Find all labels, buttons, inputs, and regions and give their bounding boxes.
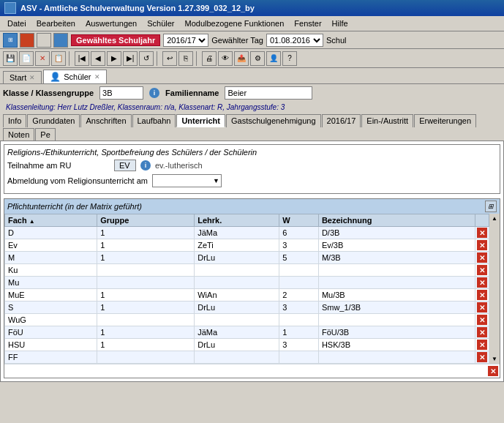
cell-bezeichnung: M/3B (318, 252, 475, 264)
religion-section: Religions-/Ethikunterricht, Sportbefreiu… (4, 144, 500, 194)
tb-prev[interactable]: ◀ (91, 51, 105, 66)
familienname-input[interactable] (225, 86, 312, 100)
delete-row-btn[interactable]: ✕ (477, 327, 487, 337)
teilnahme-info-icon[interactable]: i (140, 160, 151, 171)
abmeldung-label: Abmeldung vom Religionsunterricht am (7, 176, 148, 185)
tb-user[interactable]: 👤 (266, 51, 281, 66)
delete-row-btn[interactable]: ✕ (477, 290, 487, 300)
cell-fach: M (5, 252, 97, 264)
tab-start[interactable]: Start ✕ (3, 71, 42, 83)
tab-anschriften[interactable]: Anschriften (80, 114, 131, 127)
tb-refresh[interactable]: ↺ (139, 51, 154, 66)
tab-erweiterungen[interactable]: Erweiterungen (414, 114, 476, 127)
tab-start-close[interactable]: ✕ (29, 74, 35, 81)
sort-fach-icon[interactable]: ▲ (29, 218, 35, 225)
cell-fach: WuG (5, 314, 97, 326)
cell-gruppe: 1 (97, 227, 195, 239)
cell-gruppe: 1 (97, 252, 195, 264)
abmeldung-row: Abmeldung vom Religionsunterricht am ▼ (7, 174, 497, 187)
schuljahr-label[interactable]: Gewähltes Schuljahr (71, 34, 160, 46)
cell-lehrk (195, 277, 279, 289)
delete-row-btn[interactable]: ✕ (477, 265, 487, 275)
col-fach: Fach ▲ (5, 214, 97, 227)
tb-last[interactable]: ▶| (123, 51, 138, 66)
abmeldung-input[interactable] (154, 175, 213, 187)
menu-schueler[interactable]: Schüler (143, 18, 178, 29)
tab-schuljahr[interactable]: 2016/17 (322, 114, 361, 127)
tb-next[interactable]: ▶ (107, 51, 121, 66)
tab-schueler-label: Schüler (64, 72, 91, 81)
tb-export[interactable]: 📤 (234, 51, 249, 66)
klasse-label: Klasse / Klassengruppe (3, 89, 94, 97)
top-tab-bar: Start ✕ 👤 Schüler ✕ (0, 68, 504, 84)
scrollbar[interactable]: ▲ ▼ (489, 214, 500, 364)
scroll-up-btn[interactable]: ▲ (492, 215, 497, 222)
tab-schueler-close[interactable]: ✕ (94, 73, 100, 81)
app-icon (4, 2, 16, 14)
table-row: FF✕ (5, 351, 489, 364)
tab-schueler[interactable]: 👤 Schüler ✕ (43, 70, 106, 83)
delete-row-btn[interactable]: ✕ (477, 228, 487, 238)
menu-modulbezogene[interactable]: Modulbezogene Funktionen (181, 18, 289, 29)
tb-icon-1[interactable]: ⊞ (3, 33, 18, 48)
tab-laufbahn[interactable]: Laufbahn (132, 114, 176, 127)
tab-gastschul[interactable]: Gastschulgenehmigung (226, 114, 321, 127)
tab-einaustritt[interactable]: Ein-/Austritt (361, 114, 413, 127)
cell-bezeichnung (318, 314, 475, 326)
tb-delete[interactable]: ✕ (35, 51, 50, 66)
delete-row-btn[interactable]: ✕ (477, 252, 487, 263)
cell-fach: D (5, 227, 97, 239)
cell-w (279, 264, 319, 277)
tb-preview[interactable]: 👁 (218, 51, 233, 66)
menu-bar: Datei Bearbeiten Auswertungen Schüler Mo… (0, 16, 504, 31)
tab-noten[interactable]: Noten (3, 128, 34, 141)
cell-w: 3 (279, 339, 319, 351)
tb-new[interactable]: 📄 (19, 51, 34, 66)
delete-row-btn[interactable]: ✕ (477, 340, 487, 350)
menu-datei[interactable]: Datei (3, 18, 31, 29)
scroll-down-btn[interactable]: ▼ (492, 356, 497, 362)
schuljahr-select[interactable]: 2016/17 (163, 34, 208, 47)
klasse-info-icon[interactable]: i (149, 88, 159, 98)
tag-select[interactable]: 01.08.2016 (266, 34, 323, 47)
tb-copy[interactable]: 📋 (51, 51, 66, 66)
delete-row-btn[interactable]: ✕ (477, 315, 487, 325)
abmeldung-dropdown-icon[interactable]: ▼ (213, 177, 219, 184)
tb-icon-3[interactable] (37, 33, 51, 48)
cell-w (279, 314, 319, 326)
menu-hilfe[interactable]: Hilfe (328, 18, 353, 29)
tb-undo[interactable]: ↩ (162, 51, 177, 66)
tb-print[interactable]: 🖨 (202, 51, 217, 66)
unterricht-header: Pflichtunterricht (in der Matrix geführt… (4, 199, 500, 214)
cell-lehrk: WiAn (195, 289, 279, 302)
delete-row-btn[interactable]: ✕ (477, 240, 487, 250)
tb-copy2[interactable]: ⎘ (178, 51, 193, 66)
tb-first[interactable]: |◀ (75, 51, 89, 66)
cell-gruppe: 1 (97, 326, 195, 339)
menu-bearbeiten[interactable]: Bearbeiten (32, 18, 80, 29)
delete-row-btn[interactable]: ✕ (477, 277, 487, 288)
tb-save[interactable]: 💾 (3, 51, 18, 66)
tab-unterricht[interactable]: Unterricht (176, 114, 225, 127)
tb-help[interactable]: ? (282, 51, 297, 66)
search-row: Klasse / Klassengruppe i Familienname (0, 84, 504, 102)
menu-auswertungen[interactable]: Auswertungen (81, 18, 141, 29)
tb-icon-2[interactable] (20, 33, 34, 48)
col-bezeichnung: Bezeichnung (318, 214, 475, 227)
tab-pe[interactable]: Pe (35, 128, 55, 141)
cell-delete: ✕ (475, 289, 489, 302)
cell-lehrk: DrLu (195, 252, 279, 264)
delete-row-btn[interactable]: ✕ (477, 352, 487, 362)
delete-row-btn[interactable]: ✕ (477, 302, 487, 312)
cell-delete: ✕ (475, 277, 489, 289)
menu-fenster[interactable]: Fenster (290, 18, 326, 29)
tab-grunddaten[interactable]: Grunddaten (27, 114, 80, 127)
klasse-input[interactable] (99, 86, 143, 100)
tb-settings[interactable]: ⚙ (250, 51, 265, 66)
cell-fach: FöU (5, 326, 97, 339)
bottom-del-btn[interactable]: ✕ (488, 366, 498, 376)
tb-icon-4[interactable] (53, 33, 68, 48)
unterricht-grid-btn[interactable]: ⊞ (485, 201, 497, 212)
table-row: Mu✕ (5, 277, 489, 289)
tab-info[interactable]: Info (3, 114, 26, 127)
